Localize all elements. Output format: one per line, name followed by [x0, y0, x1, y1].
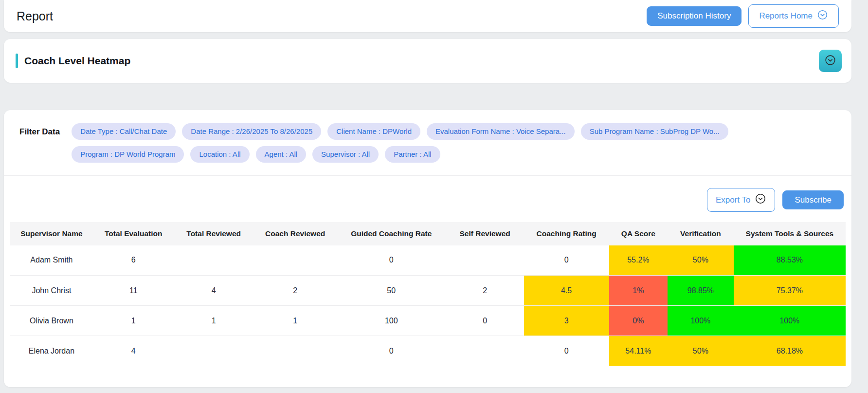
cell-coach-reviewed: 2 — [254, 276, 337, 306]
cell-qa-score: 1% — [609, 276, 668, 306]
section-title: Coach Level Heatmap — [24, 55, 130, 67]
cell-self-reviewed: 2 — [446, 276, 524, 306]
page: Report Subscription History Reports Home… — [0, 0, 868, 393]
export-to-button[interactable]: Export To — [707, 188, 776, 212]
export-to-label: Export To — [716, 195, 751, 205]
page-title: Report — [17, 9, 53, 23]
cell-total-reviewed: 4 — [174, 276, 254, 306]
section-title-wrap: Coach Level Heatmap — [16, 54, 130, 68]
section-header: Coach Level Heatmap — [4, 39, 851, 83]
heatmap-table-wrap: Supervisor NameTotal EvaluationTotal Rev… — [10, 222, 846, 367]
column-header-system-tools-sources: System Tools & Sources — [734, 222, 846, 245]
cell-system-tools-sources: 100% — [734, 306, 846, 336]
collapse-section-button[interactable] — [819, 50, 842, 72]
cell-total-reviewed — [174, 245, 254, 276]
cell-coach-reviewed: 1 — [254, 306, 337, 336]
cell-coaching-rating: 0 — [524, 245, 609, 276]
cell-qa-score: 55.2% — [609, 245, 668, 276]
cell-guided-coaching-rate: 50 — [337, 276, 446, 306]
cell-qa-score: 54.11% — [609, 336, 668, 366]
cell-guided-coaching-rate: 0 — [337, 336, 446, 366]
cell-coaching-rating: 0 — [524, 336, 609, 366]
subscription-history-button[interactable]: Subscription History — [647, 6, 741, 26]
table-header-row: Supervisor NameTotal EvaluationTotal Rev… — [10, 222, 846, 245]
cell-total-reviewed — [174, 336, 254, 366]
column-header-total-evaluation: Total Evaluation — [93, 222, 174, 245]
subscribe-button[interactable]: Subscribe — [782, 190, 844, 210]
cell-coaching-rating: 3 — [524, 306, 609, 336]
filter-chip[interactable]: Location : All — [190, 146, 249, 163]
cell-self-reviewed — [446, 336, 524, 366]
cell-self-reviewed — [446, 245, 524, 276]
chevron-down-circle-icon — [817, 9, 828, 23]
table-row: John Christ11425024.51%98.85%75.37% — [10, 276, 846, 306]
filter-chips: Date Type : Call/Chat DateDate Range : 2… — [72, 123, 753, 163]
filter-data-label: Filter Data — [19, 123, 60, 137]
filter-chip[interactable]: Program : DP World Program — [72, 146, 184, 163]
cell-coach-reviewed — [254, 336, 337, 366]
cell-verification: 50% — [668, 245, 734, 276]
cell-total-evaluation: 1 — [93, 306, 174, 336]
filter-chip[interactable]: Date Type : Call/Chat Date — [72, 123, 176, 140]
cell-verification: 98.85% — [668, 276, 734, 306]
cell-total-evaluation: 6 — [93, 245, 174, 276]
reports-home-label: Reports Home — [759, 11, 813, 21]
filter-section: Filter Data Date Type : Call/Chat DateDa… — [4, 110, 851, 176]
cell-system-tools-sources: 88.53% — [734, 245, 846, 276]
filter-chip[interactable]: Partner : All — [385, 146, 440, 163]
cell-coach-reviewed — [254, 245, 337, 276]
cell-verification: 50% — [668, 336, 734, 366]
filter-chip[interactable]: Evaluation Form Name : Voice Separa... — [427, 123, 575, 140]
column-header-verification: Verification — [668, 222, 734, 245]
column-header-total-reviewed: Total Reviewed — [174, 222, 254, 245]
column-header-coach-reviewed: Coach Reviewed — [254, 222, 337, 245]
filter-chip[interactable]: Date Range : 2/26/2025 To 8/26/2025 — [182, 123, 321, 140]
table-body: Adam Smith60055.2%50%88.53%John Christ11… — [10, 245, 846, 366]
header-actions: Subscription History Reports Home — [647, 4, 839, 28]
cell-supervisor-name: Elena Jordan — [10, 336, 93, 366]
accent-bar — [16, 54, 18, 68]
cell-guided-coaching-rate: 100 — [337, 306, 446, 336]
cell-supervisor-name: Adam Smith — [10, 245, 93, 276]
filter-chip[interactable]: Supervisor : All — [312, 146, 379, 163]
table-row: Olivia Brown111100030%100%100% — [10, 306, 846, 336]
cell-self-reviewed: 0 — [446, 306, 524, 336]
filter-chip[interactable]: Client Name : DPWorld — [327, 123, 420, 140]
cell-system-tools-sources: 68.18% — [734, 336, 846, 366]
table-row: Adam Smith60055.2%50%88.53% — [10, 245, 846, 276]
column-header-qa-score: QA Score — [609, 222, 668, 245]
top-header: Report Subscription History Reports Home — [4, 0, 851, 32]
cell-coaching-rating: 4.5 — [524, 276, 609, 306]
filter-chip[interactable]: Sub Program Name : SubProg DP Wo... — [581, 123, 728, 140]
report-body: Filter Data Date Type : Call/Chat DateDa… — [4, 110, 851, 387]
cell-verification: 100% — [668, 306, 734, 336]
subscription-history-label: Subscription History — [657, 11, 731, 21]
subscribe-label: Subscribe — [795, 195, 832, 205]
cell-guided-coaching-rate: 0 — [337, 245, 446, 276]
cell-total-evaluation: 4 — [93, 336, 174, 366]
filter-chip[interactable]: Agent : All — [256, 146, 307, 163]
column-header-coaching-rating: Coaching Rating — [524, 222, 609, 245]
table-row: Elena Jordan40054.11%50%68.18% — [10, 336, 846, 366]
cell-supervisor-name: John Christ — [10, 276, 93, 306]
table-toolbar: Export To Subscribe — [4, 176, 851, 222]
column-header-supervisor-name: Supervisor Name — [10, 222, 93, 245]
cell-supervisor-name: Olivia Brown — [10, 306, 93, 336]
cell-total-reviewed: 1 — [174, 306, 254, 336]
column-header-guided-coaching-rate: Guided Coaching Rate — [337, 222, 446, 245]
reports-home-button[interactable]: Reports Home — [748, 4, 839, 28]
column-header-self-reviewed: Self Reviewed — [446, 222, 524, 245]
heatmap-table: Supervisor NameTotal EvaluationTotal Rev… — [10, 222, 846, 367]
cell-system-tools-sources: 75.37% — [734, 276, 846, 306]
chevron-down-circle-icon — [755, 193, 766, 207]
cell-qa-score: 0% — [609, 306, 668, 336]
cell-total-evaluation: 11 — [93, 276, 174, 306]
chevron-down-circle-icon — [824, 54, 836, 68]
